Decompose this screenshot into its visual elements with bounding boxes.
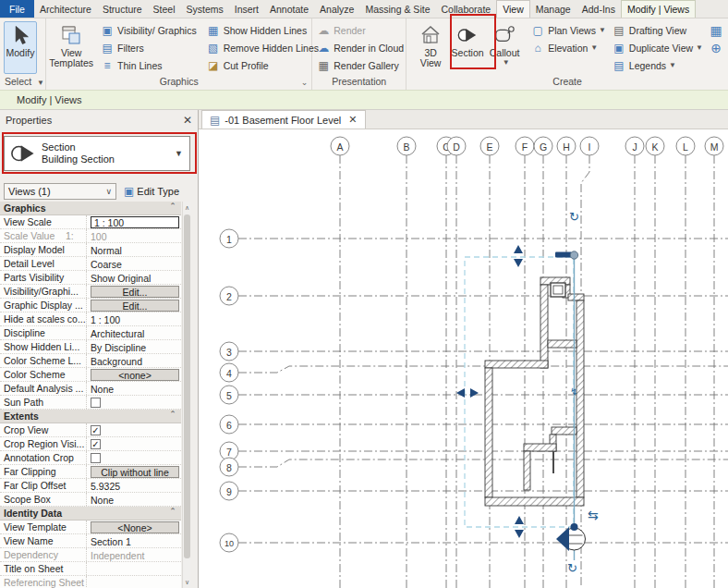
property-value-show-hidden-li[interactable]: By Discipline: [87, 340, 181, 353]
wall[interactable]: [540, 285, 548, 368]
ribbon-tab-add-ins[interactable]: Add-Ins: [576, 0, 621, 18]
modify-button[interactable]: Modify: [4, 21, 37, 74]
filters-button[interactable]: ▤Filters: [100, 39, 197, 56]
ribbon-tab-annotate[interactable]: Annotate: [264, 0, 314, 18]
panel-launcher-icon[interactable]: ⌄: [301, 75, 309, 90]
property-checkbox-sun-path[interactable]: [91, 398, 101, 408]
view-templates-button[interactable]: View Templates: [48, 21, 94, 71]
wall[interactable]: [485, 497, 584, 506]
edit-type-button[interactable]: ▣ Edit Type: [124, 185, 179, 198]
ribbon-tab-file[interactable]: File: [0, 0, 34, 18]
render-button[interactable]: ☁Render: [316, 21, 404, 39]
wall[interactable]: [548, 340, 576, 348]
collapse-icon[interactable]: ⌃: [164, 410, 181, 423]
ribbon-tab-view[interactable]: View: [496, 0, 530, 18]
crop-region[interactable]: [465, 257, 574, 527]
property-value-display-model[interactable]: Normal: [87, 243, 181, 256]
property-value-scope-box[interactable]: None: [87, 493, 181, 506]
flip-section-icon[interactable]: ⇆: [588, 508, 599, 522]
ribbon-tab-massing-site[interactable]: Massing & Site: [359, 0, 435, 18]
collapse-icon[interactable]: ⌃: [164, 507, 181, 520]
property-button-far-clipping[interactable]: Clip without line: [91, 466, 179, 478]
section-end-grip[interactable]: [570, 251, 577, 259]
ribbon-tab-manage[interactable]: Manage: [530, 0, 576, 18]
type-selector[interactable]: Section Building Section ▼: [4, 136, 190, 171]
wall[interactable]: [485, 361, 548, 368]
resize-horizontal-arrow[interactable]: [456, 388, 479, 398]
section-drag-dot[interactable]: [571, 523, 578, 531]
scroll-up-icon[interactable]: ∧: [183, 202, 191, 214]
document-tab[interactable]: ▤ -01 Basement Floor Level ✕: [201, 110, 366, 129]
property-row-show-hidden-li: Show Hidden Li...By Discipline: [0, 340, 181, 354]
property-checkbox-crop-region-visi[interactable]: ✓: [91, 439, 101, 449]
property-value-color-scheme-l[interactable]: Background: [87, 354, 181, 367]
section-segment-handle[interactable]: [555, 252, 572, 258]
wall[interactable]: [485, 368, 492, 497]
scroll-down-icon[interactable]: ∨: [183, 576, 191, 588]
remove-hidden-lines-button[interactable]: ▧Remove Hidden Lines: [206, 39, 319, 56]
render-in-cloud-button[interactable]: ☁Render in Cloud: [316, 39, 404, 56]
cycle-segment-icon[interactable]: ↯: [570, 386, 577, 397]
property-button-visibility-graphi[interactable]: Edit...: [91, 286, 179, 298]
scrollbar-thumb[interactable]: [184, 214, 190, 558]
visibility-graphics-button[interactable]: ▣Visibility/ Graphics: [100, 21, 197, 39]
thin-lines-button[interactable]: ≡Thin Lines: [100, 56, 197, 74]
property-value-default-analysis[interactable]: None: [87, 382, 181, 395]
ribbon-tab-insert[interactable]: Insert: [229, 0, 264, 18]
property-button-graphic-display[interactable]: Edit...: [91, 300, 179, 312]
close-icon[interactable]: ✕: [348, 114, 357, 126]
show-hidden-lines-button[interactable]: ▦Show Hidden Lines: [206, 21, 319, 39]
collapse-icon[interactable]: ⌃: [164, 202, 181, 214]
property-button-view-template[interactable]: <None>: [91, 521, 179, 533]
schedules-button[interactable]: ▦: [709, 21, 726, 39]
close-icon[interactable]: ✕: [183, 114, 192, 127]
section-direction-arrow[interactable]: [556, 527, 569, 551]
property-value-dependency[interactable]: Independent: [87, 548, 181, 561]
wall[interactable]: [552, 427, 576, 435]
wall[interactable]: [524, 444, 556, 451]
property-value-far-clip-offset[interactable]: 5.9325: [87, 479, 181, 492]
wall[interactable]: [568, 294, 584, 300]
drawing-view[interactable]: ABCDEFGHIJKLM12345678910↻↻⇆↯: [199, 129, 728, 588]
ribbon-tab-modify-views[interactable]: Modify | Views: [621, 0, 696, 18]
legends-button[interactable]: ▤Legends▼: [612, 56, 703, 74]
callout-button[interactable]: Callout▼: [486, 21, 523, 71]
rotate-icon[interactable]: ↻: [567, 561, 577, 575]
shaft[interactable]: [551, 283, 565, 297]
ribbon-tab-architecture[interactable]: Architecture: [34, 0, 97, 18]
property-checkbox-crop-view[interactable]: ✓: [91, 425, 101, 435]
select-panel-label[interactable]: Select ▼: [0, 74, 45, 90]
3d-view-button[interactable]: 3D View: [412, 21, 449, 71]
section-button[interactable]: Section: [449, 21, 486, 71]
ribbon-tab-analyze[interactable]: Analyze: [314, 0, 359, 18]
property-value-title-on-sheet[interactable]: [87, 562, 181, 575]
ribbon-tab-structure[interactable]: Structure: [97, 0, 148, 18]
remove-hidden-lines-icon: ▧: [206, 41, 221, 55]
property-value-discipline[interactable]: Architectural: [87, 326, 181, 339]
cut-profile-button[interactable]: ◪Cut Profile: [206, 56, 319, 74]
drafting-view-button[interactable]: ▤Drafting View: [612, 21, 703, 39]
wall[interactable]: [576, 300, 584, 497]
resize-vertical-arrow[interactable]: [514, 245, 523, 267]
duplicate-view-button[interactable]: ▣Duplicate View▼: [612, 39, 703, 56]
property-value-view-name[interactable]: Section 1: [87, 534, 181, 547]
property-value-detail-level[interactable]: Coarse: [87, 257, 181, 270]
property-value-hide-at-scales-co[interactable]: 1 : 100: [87, 312, 181, 325]
render-gallery-button[interactable]: ▦Render Gallery: [316, 56, 404, 74]
property-value-parts-visibility[interactable]: Show Original: [87, 271, 181, 284]
property-value-view-scale[interactable]: 1 : 100: [91, 216, 179, 228]
properties-filter-combo[interactable]: Views (1) ∨: [4, 183, 116, 200]
elevation-button[interactable]: ⌂Elevation▼: [530, 39, 606, 56]
ribbon-tab-collaborate[interactable]: Collaborate: [435, 0, 496, 18]
ribbon-tab-steel[interactable]: Steel: [148, 0, 181, 18]
property-button-color-scheme[interactable]: <none>: [91, 369, 179, 381]
property-value-referencing-sheet[interactable]: [87, 576, 181, 588]
rotate-icon[interactable]: ↻: [569, 210, 579, 224]
property-checkbox-annotation-crop[interactable]: [91, 453, 101, 463]
properties-scrollbar[interactable]: ∧ ∨: [182, 202, 190, 588]
property-value-scale-value-1[interactable]: 100: [87, 229, 181, 242]
plan-views-button[interactable]: ▢Plan Views▼: [530, 21, 606, 39]
ribbon-tab-systems[interactable]: Systems: [181, 0, 229, 18]
wall[interactable]: [524, 451, 530, 490]
scope-box-button[interactable]: ⊕: [709, 39, 726, 56]
